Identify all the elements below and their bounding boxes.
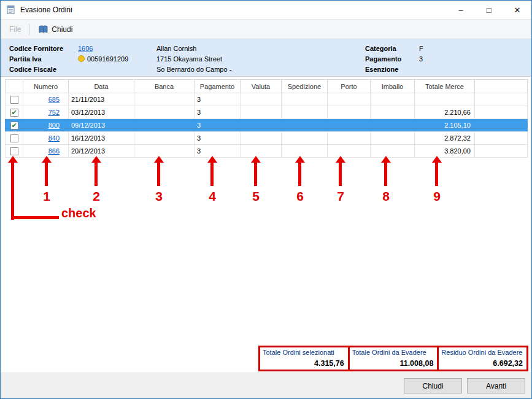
annotation-arrow-imballo (381, 156, 391, 186)
cell-banca (134, 119, 195, 132)
supplier-city: So Bernardo do Campo - (156, 66, 365, 73)
row-checkbox[interactable] (10, 96, 18, 104)
annotation-arrow-spedizione (295, 156, 305, 186)
order-number-link[interactable]: 752 (48, 109, 60, 116)
cell-spedizione (282, 145, 328, 158)
annotation-number-1: 1 (43, 189, 50, 204)
avanti-button[interactable]: Avanti (467, 378, 525, 393)
footer-bar: Chiudi Avanti (1, 373, 531, 399)
cell-imballo (371, 145, 415, 158)
cell-data: 16/12/2013 (69, 132, 134, 145)
annotation-number-4: 4 (209, 189, 216, 204)
cell-porto (328, 119, 371, 132)
cell-data: 03/12/2013 (69, 106, 134, 119)
order-number-link[interactable]: 866 (48, 147, 60, 155)
annotation-check-line (11, 216, 59, 219)
codice-fiscale-label: Codice Fiscale (9, 66, 78, 73)
row-checkbox[interactable]: ✔ (10, 122, 18, 130)
cell-data: 21/11/2013 (69, 93, 134, 106)
cell-spedizione (282, 106, 328, 119)
cell-valuta (241, 106, 282, 119)
column-header-blank[interactable] (475, 80, 528, 93)
table-row[interactable]: 84016/12/201332.872,32 (6, 132, 528, 145)
table-row[interactable]: 68521/11/20133 (6, 93, 528, 106)
row-checkbox[interactable]: ✔ (10, 109, 18, 117)
summary-panel: Totale Ordini selezionati 4.315,76 Total… (258, 346, 528, 371)
cell-numero: 866 (23, 145, 69, 158)
annotation-arrow-valuta (251, 156, 261, 186)
column-header-spedizione[interactable]: Spedizione (282, 80, 328, 93)
status-dot-icon (78, 55, 85, 62)
supplier-row-2: Partita Iva 00591691209 1715 Okayama Str… (9, 53, 531, 64)
column-header-pagamento[interactable]: Pagamento (195, 80, 241, 93)
toolbar-separator (29, 24, 29, 35)
cell-valuta (241, 132, 282, 145)
table-row[interactable]: 86620/12/201333.820,00 (6, 145, 528, 158)
cell-banca (134, 106, 195, 119)
row-checkbox[interactable] (10, 147, 18, 155)
cell-pagamento: 3 (195, 132, 241, 145)
pagamento-label: Pagamento (365, 55, 419, 63)
toolbar-chiudi-label: Chiudi (52, 25, 72, 34)
annotation-arrow-data (91, 156, 101, 186)
table-body: 68521/11/20133✔75203/12/201332.210,66✔80… (6, 93, 528, 158)
column-header-porto[interactable]: Porto (328, 80, 371, 93)
cell-numero: 685 (23, 93, 69, 106)
column-header-banca[interactable]: Banca (134, 80, 195, 93)
row-checkbox[interactable] (10, 134, 18, 142)
cell-spedizione (282, 93, 328, 106)
cell-porto (328, 106, 371, 119)
cell-checkbox (6, 132, 23, 145)
cell-checkbox (6, 93, 23, 106)
supplier-row-1: Codice Fornitore 1606 Allan Cornish Cate… (9, 43, 531, 53)
cell-blank (475, 119, 528, 132)
close-button[interactable]: ✕ (503, 1, 531, 19)
summary-to-fulfill-value: 11.008,08 (350, 359, 438, 370)
column-header-totale-merce[interactable]: Totale Merce (415, 80, 475, 93)
column-header-numero[interactable]: Numero (23, 80, 69, 93)
file-menu[interactable]: File (6, 25, 25, 34)
maximize-button[interactable]: □ (475, 1, 503, 19)
codice-fornitore-label: Codice Fornitore (9, 45, 78, 52)
table-row[interactable]: ✔75203/12/201332.210,66 (6, 106, 528, 119)
summary-box-to-fulfill: Totale Ordini da Evadere 11.008,08 (348, 347, 438, 370)
cell-porto (328, 132, 371, 145)
order-number-link[interactable]: 800 (48, 122, 60, 129)
annotation-arrow-porto (336, 156, 345, 186)
supplier-header-panel: Codice Fornitore 1606 Allan Cornish Cate… (1, 39, 531, 76)
summary-selected-value: 4.315,76 (260, 359, 348, 370)
order-number-link[interactable]: 685 (48, 96, 60, 103)
table-row[interactable]: ✔80009/12/201332.105,10 (6, 119, 528, 132)
window: Evasione Ordini – □ ✕ File Chiudi Codice… (0, 0, 532, 399)
annotation-check-label: check (61, 206, 96, 220)
column-header-valuta[interactable]: Valuta (241, 80, 282, 93)
cell-blank (475, 106, 528, 119)
summary-selected-label: Totale Ordini selezionati (260, 347, 348, 356)
summary-to-fulfill-label: Totale Ordini da Evadere (350, 347, 438, 356)
cell-totale: 2.210,66 (415, 106, 475, 119)
cell-imballo (371, 106, 415, 119)
column-header-imballo[interactable]: Imballo (371, 80, 415, 93)
supplier-code-link[interactable]: 1606 (78, 45, 93, 52)
cell-blank (475, 132, 528, 145)
column-header-blank[interactable] (6, 80, 23, 93)
cell-valuta (241, 93, 282, 106)
cell-totale: 2.872,32 (415, 132, 475, 145)
cell-numero: 752 (23, 106, 69, 119)
summary-residual-label: Residuo Ordini da Evadere (439, 347, 526, 356)
supplier-name: Allan Cornish (156, 45, 365, 52)
order-number-link[interactable]: 840 (48, 134, 60, 142)
partita-iva-number: 00591691209 (87, 55, 128, 63)
minimize-button[interactable]: – (447, 1, 475, 19)
annotation-number-2: 2 (93, 189, 100, 204)
annotation-number-6: 6 (296, 189, 304, 204)
annotation-number-9: 9 (433, 189, 441, 204)
chiudi-button[interactable]: Chiudi (404, 378, 462, 393)
column-header-data[interactable]: Data (69, 80, 134, 93)
cell-spedizione (282, 119, 328, 132)
cell-totale: 3.820,00 (415, 145, 475, 158)
cell-checkbox: ✔ (6, 119, 23, 132)
cell-data: 09/12/2013 (69, 119, 134, 132)
toolbar-chiudi-button[interactable]: Chiudi (34, 23, 77, 36)
cell-blank (475, 145, 528, 158)
